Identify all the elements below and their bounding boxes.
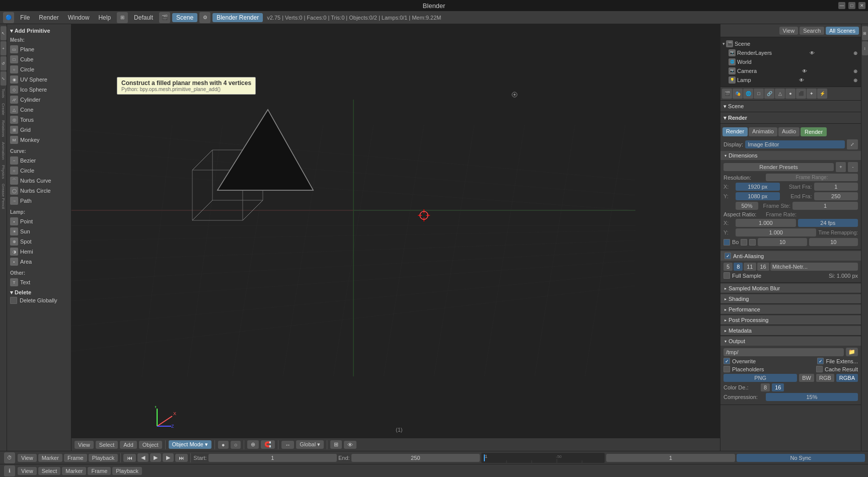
world-props-icon[interactable]: 🌐 — [743, 89, 753, 99]
window-menu[interactable]: Window — [64, 13, 94, 22]
grid-item[interactable]: ⊞ Grid — [7, 125, 71, 135]
start-frame-field[interactable]: 1 — [814, 183, 858, 191]
tool-transform[interactable]: + — [1, 41, 7, 55]
mesh-plane-item[interactable]: ▭ Plane — [7, 44, 71, 54]
aa-11-btn[interactable]: 11 — [744, 263, 756, 271]
border3-checkbox[interactable] — [749, 239, 756, 246]
render-layers-item[interactable]: 📷 RenderLayers 👁 ⊕ — [729, 48, 859, 57]
render-subtab-animation[interactable]: Animatio — [749, 127, 777, 136]
render-image-button[interactable]: Render — [801, 127, 827, 136]
tool-scale[interactable]: ⤡ — [1, 71, 7, 86]
bottom-view-menu[interactable]: View — [18, 467, 37, 475]
curve-circle-item[interactable]: ○ Circle — [7, 166, 71, 176]
viewport-object-menu[interactable]: Object — [139, 441, 162, 449]
overwrite-checkbox[interactable]: ✓ — [724, 358, 730, 364]
snap-btn[interactable]: 🧲 — [261, 440, 275, 449]
uv-sphere-item[interactable]: ◉ UV Sphere — [7, 74, 71, 85]
aspect-x-field[interactable]: 1.000 — [736, 219, 796, 227]
camera-item[interactable]: 📷 Camera 👁 ⊕ — [729, 66, 859, 75]
nurbs-circle-item[interactable]: ◯ Nurbs Circle — [7, 186, 71, 196]
current-frame-field[interactable]: 1 — [606, 454, 735, 462]
performance-header[interactable]: ▸ Performance — [720, 305, 861, 314]
tool-select[interactable]: ↖ — [1, 26, 7, 40]
right-tool-2[interactable]: ↕ — [862, 41, 868, 55]
res-x-field[interactable]: 1920 px — [736, 183, 780, 191]
viewport-select-menu[interactable]: Select — [96, 441, 118, 449]
render-engine-button[interactable]: Blender Render — [212, 13, 263, 22]
border2-checkbox[interactable] — [741, 239, 747, 246]
ico-sphere-item[interactable]: ◇ Ico Sphere — [7, 85, 71, 95]
timeline-frame-menu[interactable]: Frame — [64, 454, 87, 462]
bottom-playback-menu[interactable]: Playback — [112, 467, 142, 475]
layout-label[interactable]: Default — [130, 13, 157, 22]
lamp-visibility[interactable]: 👁 — [798, 76, 805, 84]
aa-8-btn[interactable]: 8 — [734, 263, 743, 271]
data-props-icon[interactable]: △ — [775, 89, 785, 99]
playback-next-frame[interactable]: ▶ — [163, 453, 174, 462]
render-presets-add[interactable]: + — [836, 162, 846, 172]
display-dropdown[interactable]: Image Editor — [745, 140, 845, 148]
playback-play[interactable]: ▶ — [150, 453, 161, 462]
render-menu[interactable]: Render — [35, 13, 62, 22]
mode-dropdown[interactable]: Object Mode ▾ — [169, 440, 211, 449]
point-lamp-item[interactable]: • Point — [7, 216, 71, 226]
rgb-btn[interactable]: RGB — [816, 374, 834, 382]
aa-checkbox[interactable]: ✓ — [725, 253, 731, 259]
rgba-btn[interactable]: RGBA — [836, 374, 858, 382]
camera-render[interactable]: ⊕ — [852, 67, 859, 74]
object-props-icon[interactable]: □ — [754, 89, 764, 99]
monkey-item[interactable]: M Monkey — [7, 135, 71, 145]
global-dropdown[interactable]: Global ▾ — [296, 440, 324, 449]
aa-5-btn[interactable]: 5 — [724, 263, 733, 271]
scene-icon[interactable]: 🎬 — [159, 12, 170, 23]
cache-result-checkbox[interactable] — [816, 366, 823, 372]
text-item[interactable]: T Text — [7, 277, 71, 287]
scene-props-icon[interactable]: 🎭 — [733, 89, 743, 99]
material-props-icon[interactable]: ● — [785, 89, 795, 99]
viewport-add-menu[interactable]: Add — [120, 441, 137, 449]
full-sample-checkbox[interactable] — [724, 272, 730, 279]
layout-icon[interactable]: ⊞ — [117, 12, 128, 23]
display-fullscreen-btn[interactable]: ⤢ — [847, 139, 858, 149]
bottom-marker-menu[interactable]: Marker — [62, 467, 86, 475]
scene-button[interactable]: Scene — [172, 13, 197, 22]
maximize-button[interactable]: □ — [848, 2, 855, 9]
file-menu[interactable]: File — [16, 13, 34, 22]
end-frame-field[interactable]: 250 — [814, 192, 858, 200]
right-tool-1[interactable]: ⊞ — [862, 26, 868, 40]
all-scenes-button[interactable]: All Scenes — [826, 27, 859, 35]
frame-step-field[interactable]: 1 — [792, 202, 858, 210]
tool-rotate[interactable]: ↺ — [1, 56, 7, 70]
delete-globally-item[interactable]: Delete Globally — [10, 296, 68, 305]
cylinder-item[interactable]: ⌭ Cylinder — [7, 95, 71, 105]
timeline-view-menu[interactable]: View — [18, 454, 37, 462]
bottom-select-menu[interactable]: Select — [38, 467, 61, 475]
constraints-props-icon[interactable]: 🔗 — [764, 89, 774, 99]
timeline-playback-menu[interactable]: Playback — [89, 454, 118, 462]
res-pct-field[interactable]: 50% — [736, 202, 758, 210]
bw-btn[interactable]: BW — [799, 374, 814, 382]
viewport-shade-wire[interactable]: ○ — [231, 441, 241, 449]
path-item[interactable]: → Path — [7, 196, 71, 206]
search-button[interactable]: Search — [800, 27, 824, 35]
timeremap-old-field[interactable]: 10 — [758, 238, 807, 246]
timeline-start-field[interactable]: 1 — [208, 454, 337, 462]
aa-header[interactable]: ✓ Anti-Aliasing — [720, 251, 861, 261]
camera-visibility[interactable]: 👁 — [801, 67, 808, 74]
engine-icon[interactable]: ⚙ — [199, 12, 210, 23]
timeremap-new-field[interactable]: 10 — [809, 238, 858, 246]
particles-props-icon[interactable]: ✦ — [807, 89, 817, 99]
viewport-shade-solid[interactable]: ● — [218, 441, 229, 449]
shading-header[interactable]: ▸ Shading — [720, 294, 861, 303]
delete-globally-checkbox[interactable] — [10, 297, 17, 304]
aa-filter-dropdown[interactable]: Mitchell-Netr... — [770, 263, 858, 271]
mesh-cube-item[interactable]: □ Cube — [7, 54, 71, 64]
sun-lamp-item[interactable]: ☀ Sun — [7, 226, 71, 236]
bezier-item[interactable]: ~ Bezier — [7, 155, 71, 166]
lamp-render[interactable]: ⊕ — [852, 76, 859, 84]
render-subtab-audio[interactable]: Audio — [778, 127, 800, 136]
hemi-lamp-item[interactable]: ◑ Hemi — [7, 247, 71, 257]
render-props-icon[interactable]: 🎬 — [722, 89, 732, 99]
post-processing-header[interactable]: ▸ Post Processing — [720, 315, 861, 325]
output-header[interactable]: ▾ Output — [720, 337, 861, 346]
